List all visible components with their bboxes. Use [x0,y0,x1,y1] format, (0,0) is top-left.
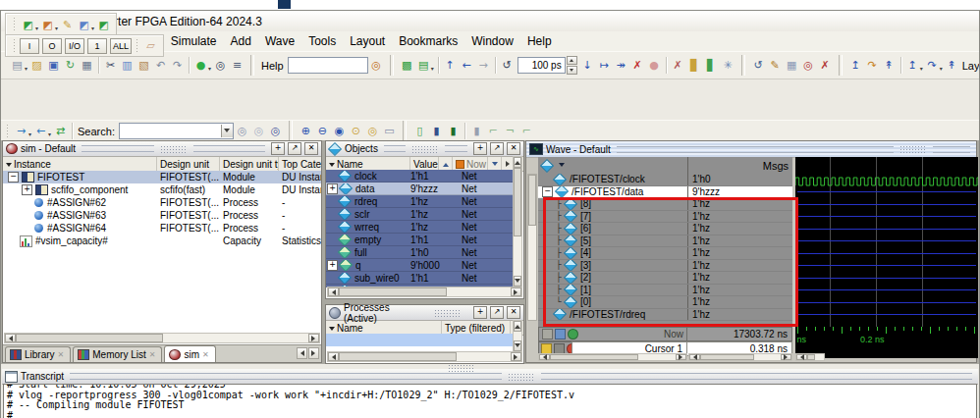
toolbar-grip[interactable] [13,38,17,54]
objects-panel-header[interactable]: Objects + ↗ ✕ [326,141,523,157]
wave-names-hscrollbar[interactable] [538,353,687,361]
processes-column-1[interactable]: Type (filtered) [442,321,511,335]
find-button[interactable]: ◎ [212,57,229,74]
scroll-right-button[interactable] [676,354,686,360]
expand-panel-button[interactable]: + [473,142,487,155]
object-row[interactable]: empty1'h1Net [326,234,514,246]
processes-body[interactable] [326,334,514,352]
insert-cursor-button[interactable]: ▯ [411,123,428,139]
scroll-left-button[interactable] [5,334,16,342]
sim-column-1[interactable]: Design unit [157,157,220,171]
scroll-right-button[interactable] [511,352,521,361]
scroll-right-button[interactable] [781,354,791,360]
new-file-button[interactable]: ▤ [9,57,26,74]
menu-wave[interactable]: Wave [258,32,301,50]
processes-hscrollbar[interactable] [327,351,522,362]
tab-close-icon[interactable]: ✕ [58,350,65,359]
search-up-button[interactable]: ◎ [250,123,267,139]
find-last-driver-button[interactable]: ↟ [881,57,898,74]
toolbar-grip[interactable] [13,17,17,32]
scroll-up-button[interactable] [514,321,521,332]
header-grip[interactable] [899,145,927,153]
paste-button[interactable]: ▧ [136,57,152,74]
sim-column-3[interactable]: Top Category [279,157,321,171]
insert-mode-dropdown-arrow[interactable]: ▾ [28,131,31,137]
object-row[interactable]: sub_wire01'h1Net [326,272,514,285]
scroll-left-button[interactable] [689,354,700,360]
wave-signal-row[interactable]: ├[6]1'hz [538,223,792,235]
lock-cursor-button[interactable]: ▮ [428,123,445,139]
object-row[interactable]: +q9'h000Net [326,259,514,272]
replace-mode-button[interactable]: ⇄ [52,123,69,139]
tab-scroll-right-button[interactable] [308,347,319,359]
wave-signal-row[interactable]: /FIFOTEST/rdreq1'hz [538,309,792,322]
sort-button[interactable] [439,157,453,171]
search-down-button[interactable]: ◎ [234,123,250,139]
combo-arrow-button[interactable] [221,125,233,137]
msgs-column-header[interactable]: Msgs [687,157,792,174]
undock-panel-button[interactable]: ↗ [490,306,504,319]
object-row[interactable]: rdreq1'hzNet [326,195,514,208]
run-length-field[interactable]: 100 ps [517,56,577,75]
menu-bookmarks[interactable]: Bookmarks [392,32,464,50]
header-grip[interactable] [411,145,439,153]
find-first-driver-button[interactable]: ↥ [847,57,864,74]
tree-expander[interactable]: − [8,172,19,183]
compile-button[interactable]: ↺ [750,57,767,74]
menu-window[interactable]: Window [464,32,520,50]
filter-all-button[interactable]: ALL [110,38,132,54]
transcript-header[interactable]: Transcript [2,369,978,385]
wave-vscrollbar[interactable] [527,174,537,321]
run-macro-dropdown-arrow[interactable]: ▾ [208,65,211,72]
wave-panel-header[interactable]: ∿ Wave - Default [526,141,976,158]
forward-button[interactable]: → [475,57,492,74]
edit-cursor-icon[interactable] [542,329,553,340]
add-to-wave-dropdown-arrow[interactable]: ▾ [35,25,38,31]
objects-name-column[interactable]: Name [326,157,410,171]
expand-panel-button[interactable]: + [473,306,487,319]
expand-net-dropdown-arrow[interactable]: ▾ [920,65,923,72]
sim-column-0[interactable]: Instance [3,157,157,171]
tab-close-icon[interactable]: ✕ [149,350,156,359]
next-transition-button[interactable]: ⌐ [485,123,502,139]
wave-signal-row[interactable]: ├[7]1'hz [538,211,792,224]
append-mode-button[interactable]: ← [32,123,49,139]
scroll-thumb[interactable] [700,354,754,360]
close-panel-button[interactable]: ✕ [507,142,520,155]
new-file-dropdown-arrow[interactable]: ▾ [25,65,27,72]
processes-vscrollbar[interactable] [513,320,522,352]
close-panel-button[interactable]: ✕ [507,306,520,319]
toolbar-grip[interactable] [6,124,10,139]
expand-net-button[interactable]: ↥ [904,57,921,74]
add-to-dataflow-button[interactable]: ◩ [76,17,92,33]
append-mode-dropdown-arrow[interactable]: ▾ [48,131,51,137]
run-button[interactable]: ↓ [579,57,596,74]
scroll-left-button[interactable] [539,354,550,360]
scroll-down-button[interactable] [514,276,521,287]
wave-signal-row[interactable]: ├[1]1'hz [538,285,792,297]
stop-button[interactable]: ● [646,57,663,74]
expand-all-net-button[interactable]: ↟ [944,57,960,74]
zoom-mode-button[interactable]: ▭ [381,123,398,139]
paste-env-button[interactable]: ▤ [415,57,432,74]
undo-button[interactable]: ↶ [152,57,169,74]
compile-all-button[interactable]: ✎ [767,57,784,74]
wave-group-cell[interactable] [538,157,687,174]
object-row[interactable]: full1'h0Net [326,246,514,259]
add-to-dataflow-dropdown-arrow[interactable]: ▾ [91,25,94,31]
zoom-in-button[interactable]: ⊕ [298,123,314,139]
zoom-out-button[interactable]: ⊖ [314,123,331,139]
tree-expander[interactable]: + [327,260,338,271]
insert-mode-button[interactable]: → [13,123,29,139]
zoom-between-cursors-button[interactable]: ◎ [364,123,381,139]
header-grip[interactable] [508,373,535,381]
object-row[interactable]: clock1'h1Net [326,170,514,183]
wave-signal-row[interactable]: /FIFOTEST/clock1'h0 [538,174,792,186]
search-combo[interactable] [119,123,234,139]
header-grip[interactable] [434,309,462,317]
erase-button[interactable]: ▱ [142,37,159,54]
sim-column-headers[interactable]: InstanceDesign unitDesign unit typeTop C… [3,157,321,172]
sim-hscrollbar[interactable] [4,333,320,343]
tree-expander[interactable]: + [327,183,338,194]
kill-process-button[interactable]: ✗ [670,57,686,74]
